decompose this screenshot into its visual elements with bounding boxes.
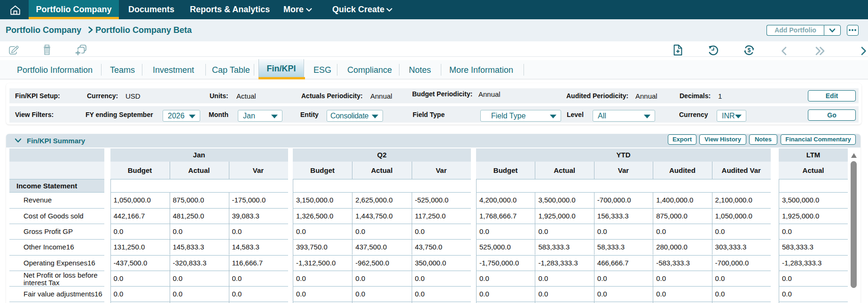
svg-text:$: $	[748, 47, 751, 54]
